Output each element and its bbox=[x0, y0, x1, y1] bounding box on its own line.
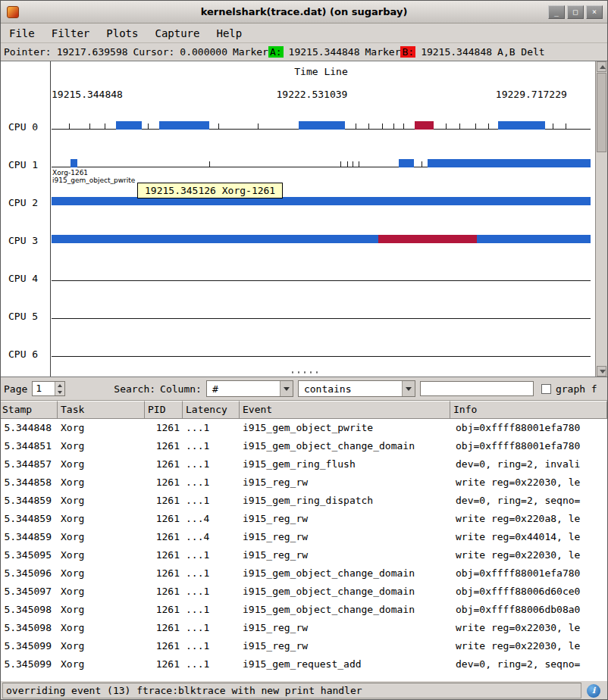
scroll-down-arrow-icon[interactable] bbox=[597, 366, 606, 377]
cell-stamp: 5.344859 bbox=[1, 492, 58, 510]
page-spinner[interactable]: 1 bbox=[32, 381, 65, 396]
table-row[interactable]: 5.344857Xorg1261...1i915_gem_ring_flushd… bbox=[1, 455, 607, 473]
cpu-row-cpu-1[interactable]: CPU 1 bbox=[1, 137, 591, 175]
column-header-stamp[interactable]: Stamp bbox=[1, 401, 58, 419]
cell-stamp: 5.345097 bbox=[1, 583, 58, 601]
cpu-label: CPU 0 bbox=[8, 121, 38, 133]
menu-item-capture[interactable]: Capture bbox=[146, 25, 208, 42]
table-row[interactable]: 5.345099Xorg1261...1i915_reg_rwwrite reg… bbox=[1, 637, 607, 655]
event-tick bbox=[359, 161, 359, 167]
cell-task: Xorg bbox=[58, 455, 145, 473]
cell-latency: ...4 bbox=[183, 510, 240, 528]
pointer-label: Pointer: bbox=[4, 46, 52, 58]
cpu-baseline bbox=[52, 280, 591, 281]
table-row[interactable]: 5.344858Xorg1261...1i915_reg_rwwrite reg… bbox=[1, 473, 607, 492]
cpu-lane[interactable] bbox=[52, 137, 591, 175]
table-row[interactable]: 5.345096Xorg1261...1i915_gem_object_chan… bbox=[1, 564, 607, 583]
pane-splitter-handle[interactable] bbox=[290, 370, 318, 374]
ab-delta-label: A,B Delt bbox=[497, 46, 545, 58]
cpu-lane[interactable] bbox=[52, 327, 591, 364]
activity-bar-red[interactable] bbox=[415, 121, 434, 130]
spin-up-arrow-icon[interactable] bbox=[55, 382, 64, 389]
table-header: StampTaskPIDLatencyEventInfo bbox=[1, 401, 607, 419]
activity-bar-blue[interactable] bbox=[159, 121, 208, 130]
menu-item-help[interactable]: Help bbox=[208, 25, 250, 42]
event-tick bbox=[403, 123, 404, 129]
cell-info: write reg=0x22030, le bbox=[450, 546, 607, 564]
cell-stamp: 5.344848 bbox=[1, 419, 58, 437]
cell-pid: 1261 bbox=[145, 583, 183, 601]
activity-bar-blue[interactable] bbox=[399, 159, 414, 167]
table-row[interactable]: 5.345095Xorg1261...1i915_reg_rwwrite reg… bbox=[1, 546, 607, 564]
cpu-lane[interactable] bbox=[52, 251, 591, 289]
cell-task: Xorg bbox=[58, 619, 145, 637]
cell-pid: 1261 bbox=[145, 546, 183, 564]
close-button[interactable]: × bbox=[586, 5, 603, 19]
scroll-up-arrow-icon[interactable] bbox=[597, 61, 606, 72]
cpu-row-cpu-5[interactable]: CPU 5 bbox=[1, 289, 591, 327]
activity-bar-blue[interactable] bbox=[52, 235, 591, 243]
cpu-label: CPU 3 bbox=[8, 235, 38, 246]
table-row[interactable]: 5.345097Xorg1261...1i915_gem_object_chan… bbox=[1, 583, 607, 601]
activity-bar-blue[interactable] bbox=[428, 159, 591, 167]
activity-bar-blue[interactable] bbox=[52, 197, 591, 205]
event-tick bbox=[382, 123, 383, 129]
cpu-row-cpu-4[interactable]: CPU 4 bbox=[1, 251, 591, 289]
match-dropdown[interactable]: contains bbox=[298, 380, 415, 397]
activity-bar-blue[interactable] bbox=[498, 121, 546, 130]
column-dropdown[interactable]: # bbox=[206, 380, 293, 397]
timeline-graph[interactable]: Time Line 19215.34484819222.53103919229.… bbox=[1, 61, 607, 377]
activity-bar-blue[interactable] bbox=[116, 121, 142, 130]
column-header-task[interactable]: Task bbox=[58, 401, 145, 419]
cell-event: i915_gem_object_change_domain bbox=[240, 601, 450, 619]
activity-bar-red[interactable] bbox=[378, 235, 477, 243]
kernelshark-window: kernelshark(trace.dat) (on sugarbay) _ □… bbox=[0, 0, 608, 700]
activity-bar-blue[interactable] bbox=[299, 121, 346, 130]
cell-task: Xorg bbox=[58, 546, 145, 564]
table-row[interactable]: 5.344848Xorg1261...1i915_gem_object_pwri… bbox=[1, 419, 607, 437]
cell-pid: 1261 bbox=[145, 437, 183, 455]
menu-item-file[interactable]: File bbox=[1, 25, 43, 42]
maximize-button[interactable]: □ bbox=[567, 5, 584, 19]
graph-vertical-scrollbar[interactable] bbox=[595, 61, 607, 377]
table-row[interactable]: 5.345099Xorg1261...1i915_gem_request_add… bbox=[1, 655, 607, 673]
search-input[interactable] bbox=[420, 381, 534, 396]
cpu-row-cpu-6[interactable]: CPU 6 bbox=[1, 327, 591, 364]
table-row[interactable]: 5.344859Xorg1261...4i915_reg_rwwrite reg… bbox=[1, 528, 607, 546]
title-bar[interactable]: kernelshark(trace.dat) (on sugarbay) _ □… bbox=[1, 1, 607, 23]
info-icon[interactable]: i bbox=[587, 684, 600, 698]
chevron-down-icon[interactable] bbox=[280, 381, 293, 396]
cell-stamp: 5.345095 bbox=[1, 546, 58, 564]
cell-latency: ...1 bbox=[183, 473, 240, 492]
menu-item-filter[interactable]: Filter bbox=[43, 25, 99, 42]
graph-filter-checkbox[interactable] bbox=[541, 384, 551, 394]
activity-bar-blue[interactable] bbox=[71, 159, 77, 167]
page-value[interactable]: 1 bbox=[33, 382, 55, 395]
table-row[interactable]: 5.344851Xorg1261...1i915_gem_object_chan… bbox=[1, 437, 607, 455]
table-row[interactable]: 5.345098Xorg1261...1i915_gem_object_chan… bbox=[1, 601, 607, 619]
cpu-lane[interactable] bbox=[52, 289, 591, 327]
column-header-event[interactable]: Event bbox=[240, 401, 450, 419]
table-row[interactable]: 5.344859Xorg1261...1i915_gem_ring_dispat… bbox=[1, 492, 607, 510]
cell-task: Xorg bbox=[58, 419, 145, 437]
cpu-row-cpu-0[interactable]: CPU 0 bbox=[1, 99, 591, 137]
cpu-lane[interactable] bbox=[52, 213, 591, 251]
spin-down-arrow-icon[interactable] bbox=[55, 389, 64, 395]
column-header-info[interactable]: Info bbox=[450, 401, 607, 419]
graph-event-label: i915_gem_object_pwrite bbox=[52, 177, 135, 184]
cpu-lane[interactable] bbox=[52, 99, 591, 137]
scrollbar-thumb[interactable] bbox=[597, 73, 606, 152]
table-row[interactable]: 5.344859Xorg1261...4i915_reg_rwwrite reg… bbox=[1, 510, 607, 528]
table-row[interactable]: 5.345098Xorg1261...1i915_reg_rwwrite reg… bbox=[1, 619, 607, 637]
cpu-row-cpu-3[interactable]: CPU 3 bbox=[1, 213, 591, 251]
chevron-down-icon[interactable] bbox=[402, 381, 415, 396]
pointer-value: 19217.639598 bbox=[57, 46, 128, 58]
cell-info: dev=0, ring=2, seqno= bbox=[450, 492, 607, 510]
column-header-latency[interactable]: Latency bbox=[183, 401, 240, 419]
cpu-label: CPU 2 bbox=[8, 197, 38, 208]
cell-stamp: 5.345099 bbox=[1, 637, 58, 655]
status-bar: overriding event (13) ftrace:blktrace wi… bbox=[1, 681, 607, 700]
menu-item-plots[interactable]: Plots bbox=[98, 25, 146, 42]
column-header-pid[interactable]: PID bbox=[145, 401, 183, 419]
minimize-button[interactable]: _ bbox=[548, 5, 565, 19]
